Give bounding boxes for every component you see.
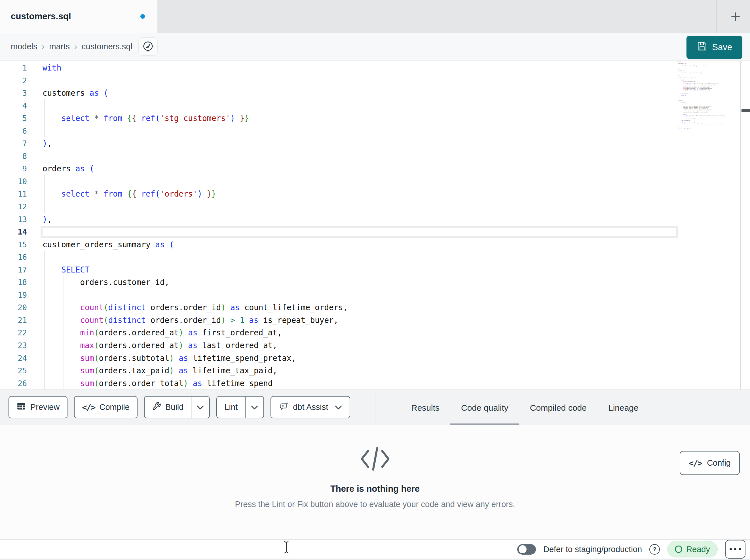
editor-scrollbar-thumb[interactable] (742, 109, 750, 112)
code-line-8[interactable]: 8 (0, 150, 678, 163)
build-button[interactable]: Build (145, 397, 191, 418)
code-line-5[interactable]: 5 select * from {{ ref('stg_customers') … (0, 112, 678, 125)
code-line-19[interactable]: 19 (0, 289, 678, 302)
line-number: 23 (0, 339, 42, 352)
line-number: 21 (0, 314, 42, 327)
line-number: 2 (0, 75, 42, 87)
new-tab-button[interactable]: + (724, 4, 747, 28)
breadcrumb-models[interactable]: models (11, 42, 37, 51)
empty-state-description: Press the Lint or Fix button above to ev… (235, 500, 515, 509)
code-line-24[interactable]: 24 sum(orders.subtotal) as lifetime_spen… (0, 352, 678, 365)
line-number: 12 (0, 201, 42, 213)
compile-button[interactable]: </> Compile (74, 396, 138, 418)
build-dropdown-button[interactable] (191, 397, 209, 418)
breadcrumb-separator-icon: › (42, 42, 45, 51)
editor-minimap[interactable]: with customers as ( select * from {{ ref… (678, 61, 739, 196)
dbt-assist-label: dbt Assist (293, 402, 328, 412)
unsaved-changes-icon (140, 14, 145, 19)
code-line-7[interactable]: 7), (0, 137, 678, 150)
code-line-6[interactable]: 6 (0, 125, 678, 138)
defer-toggle[interactable] (517, 544, 536, 555)
dbt-ide-window: customers.sql + models › marts › custome… (0, 0, 750, 560)
compass-icon (141, 40, 155, 54)
lineage-navigate-button[interactable] (138, 37, 158, 56)
code-line-13[interactable]: 13), (0, 213, 678, 226)
code-line-15[interactable]: 15customer_orders_summary as ( (0, 238, 678, 251)
code-text: max(orders.ordered_at) as last_ordered_a… (42, 341, 277, 350)
compile-button-label: Compile (100, 402, 130, 412)
chevron-down-icon (335, 402, 342, 412)
indent-guide (44, 175, 45, 188)
save-button[interactable]: Save (687, 36, 742, 59)
code-line-2[interactable]: 2 (0, 74, 678, 87)
code-line-3[interactable]: 3customers as ( (0, 87, 678, 99)
code-line-16[interactable]: 16 (0, 251, 678, 264)
dbt-assist-button[interactable]: dbt Assist (271, 396, 350, 418)
config-button[interactable]: </> Config (680, 451, 740, 475)
code-line-25[interactable]: 25 sum(orders.tax_paid) as lifetime_tax_… (0, 364, 678, 377)
code-line-4[interactable]: 4 (0, 99, 678, 112)
code-text: orders as ( (42, 164, 94, 173)
line-number: 7 (0, 138, 42, 150)
code-text: count(distinct orders.order_id) as count… (42, 303, 348, 312)
tab-compiled-code[interactable]: Compiled code (519, 390, 597, 426)
line-number: 4 (0, 100, 42, 112)
line-number: 25 (0, 365, 42, 377)
code-line-21[interactable]: 21 count(distinct orders.order_id) > 1 a… (0, 314, 678, 327)
code-line-17[interactable]: 17 SELECT (0, 264, 678, 276)
file-tab-title: customers.sql (11, 11, 71, 22)
tab-code-quality[interactable]: Code quality (450, 390, 519, 426)
file-tab-customers-sql[interactable]: customers.sql (0, 0, 157, 33)
more-options-button[interactable] (725, 540, 746, 559)
code-line-9[interactable]: 9orders as ( (0, 162, 678, 175)
code-line-26[interactable]: 26 sum(orders.order_total) as lifetime_s… (0, 377, 678, 390)
lint-button[interactable]: Lint (217, 397, 245, 418)
indent-guide (44, 251, 45, 264)
tab-lineage[interactable]: Lineage (597, 390, 649, 426)
assist-chat-sparkle-icon (278, 401, 289, 413)
code-line-11[interactable]: 11 select * from {{ ref('orders') }} (0, 188, 678, 200)
line-number: 14 (0, 226, 42, 238)
code-line-12[interactable]: 12 (0, 200, 678, 213)
code-text: select * from {{ ref('orders') }} (42, 189, 216, 198)
tab-results[interactable]: Results (400, 390, 450, 426)
editor-scrollbar-track[interactable] (741, 61, 750, 390)
line-number: 10 (0, 175, 42, 188)
code-text: sum(orders.order_total) as lifetime_spen… (42, 379, 273, 388)
indent-guide (63, 289, 64, 302)
line-number: 3 (0, 87, 42, 100)
code-text: min(orders.ordered_at) as first_ordered_… (42, 328, 282, 337)
breadcrumb-file[interactable]: customers.sql (82, 42, 133, 51)
code-line-18[interactable]: 18 orders.customer_id, (0, 276, 678, 289)
line-number: 26 (0, 377, 42, 390)
code-line-22[interactable]: 22 min(orders.ordered_at) as first_order… (0, 326, 678, 339)
code-line-1[interactable]: 1with (0, 61, 678, 74)
code-line-14[interactable]: 14 (0, 226, 678, 238)
code-line-20[interactable]: 20 count(distinct orders.order_id) as co… (0, 301, 678, 314)
lint-button-label: Lint (224, 402, 238, 412)
ellipsis-icon (739, 548, 741, 551)
save-floppy-icon (697, 41, 708, 54)
code-text: SELECT (42, 265, 90, 274)
indent-guide (44, 125, 45, 138)
code-editor[interactable]: 1with23customers as (45 select * from {{… (0, 61, 750, 390)
code-line-10[interactable]: 10 (0, 175, 678, 188)
code-text: ), (42, 215, 52, 224)
status-badge: Ready (667, 541, 718, 557)
ellipsis-icon (734, 548, 736, 551)
code-text: count(distinct orders.order_id) > 1 as i… (42, 315, 338, 325)
toggle-knob (519, 545, 527, 553)
line-number: 13 (0, 213, 42, 226)
breadcrumb-marts[interactable]: marts (50, 42, 70, 51)
status-bar: Defer to staging/production ? Ready (0, 539, 750, 559)
code-line-23[interactable]: 23 max(orders.ordered_at) as last_ordere… (0, 339, 678, 352)
table-grid-icon (17, 401, 26, 413)
line-number: 24 (0, 352, 42, 365)
code-brackets-icon: </> (689, 458, 702, 468)
wrench-icon (152, 402, 161, 413)
breadcrumb-row: models › marts › customers.sql (0, 33, 750, 61)
file-tab-bar: customers.sql + (0, 0, 750, 33)
lint-dropdown-button[interactable] (245, 397, 263, 418)
help-icon[interactable]: ? (649, 544, 660, 555)
preview-button[interactable]: Preview (8, 396, 67, 418)
